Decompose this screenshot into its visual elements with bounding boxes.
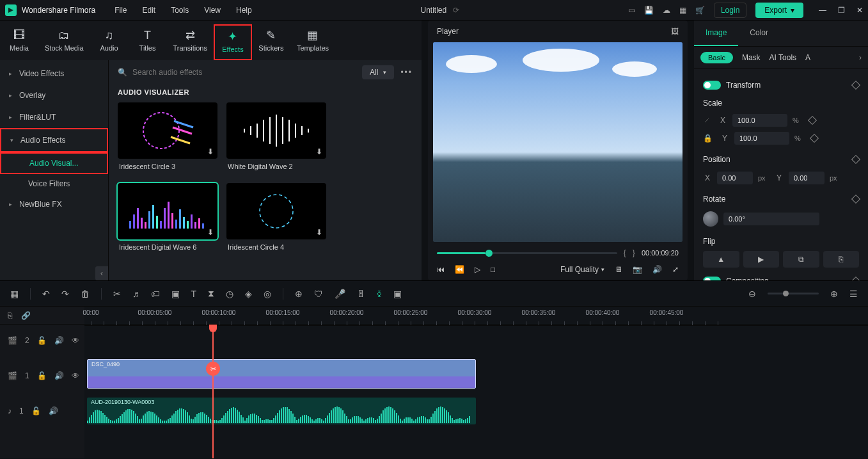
tab-templates[interactable]: ▦Templates [290, 24, 335, 60]
camera-icon[interactable]: 📷 [633, 265, 642, 274]
keyframe-icon[interactable] [808, 116, 817, 125]
effect-card[interactable]: ⬇ Iridescent Digital Wave 6 [118, 183, 217, 255]
close-icon[interactable]: ✕ [856, 6, 863, 15]
download-icon[interactable]: ⬇ [207, 228, 214, 237]
download-icon[interactable]: ⬇ [316, 228, 322, 237]
save-icon[interactable]: 💾 [644, 6, 654, 15]
tab-effects[interactable]: ✦Effects [214, 24, 252, 60]
tl-layout-icon[interactable]: ▦ [10, 289, 19, 299]
tab-stock-media[interactable]: 🗂Stock Media [38, 24, 90, 60]
speed-icon[interactable]: ⧗ [208, 288, 214, 299]
effect-card[interactable]: ⬇ Iridescent Circle 3 [118, 102, 217, 174]
marker-icon[interactable]: ▣ [393, 289, 402, 299]
flip-copy-button[interactable]: ⧉ [783, 251, 819, 268]
keyframe-icon[interactable] [851, 195, 860, 204]
volume-icon[interactable]: 🔊 [652, 265, 662, 274]
tab-transitions[interactable]: ⇄Transitions [167, 24, 214, 60]
visibility-icon[interactable]: 👁 [72, 371, 79, 380]
rp-tab-color[interactable]: Color [738, 20, 780, 46]
stop-icon[interactable]: □ [491, 265, 495, 274]
sidebar-video-effects[interactable]: ▸Video Effects [0, 63, 108, 85]
tl-link-icon[interactable]: 🔗 [21, 311, 31, 320]
color-icon[interactable]: ◈ [245, 289, 252, 299]
circle-icon[interactable]: ◎ [264, 289, 271, 299]
effect-card[interactable]: ⬇ Iridescent Circle 4 [226, 183, 326, 255]
pos-y-input[interactable] [789, 172, 825, 184]
keyframe-icon[interactable] [851, 277, 860, 280]
display-icon[interactable]: 🖥 [615, 265, 622, 274]
sidebar-voice-filters[interactable]: Voice Filters [0, 174, 108, 193]
device-icon[interactable]: ▭ [628, 6, 635, 15]
transform-toggle[interactable] [703, 81, 721, 90]
sidebar-filter-lut[interactable]: ▸Filter&LUT [0, 106, 108, 128]
playhead[interactable]: ✂ [212, 325, 214, 458]
zoom-out-icon[interactable]: ⊖ [748, 289, 756, 299]
tab-titles[interactable]: TTitles [129, 24, 167, 60]
tab-media[interactable]: 🎞Media [0, 24, 38, 60]
keyframe-icon[interactable] [851, 81, 860, 90]
delete-icon[interactable]: 🗑 [81, 289, 90, 299]
effect-card[interactable]: ⬇ White Digital Wave 2 [226, 102, 326, 174]
sidebar-collapse-button[interactable]: ‹ [95, 266, 108, 280]
flip-v-button[interactable]: ▶ [743, 251, 780, 268]
mixer-icon[interactable]: 🎚 [357, 289, 366, 299]
rp-subtab-mask[interactable]: Mask [742, 53, 761, 62]
lock-icon[interactable]: 🔓 [37, 336, 47, 345]
flip-h-button[interactable]: ▲ [703, 251, 739, 268]
track-opt-icon[interactable]: ⊕ [295, 289, 303, 299]
menu-tools[interactable]: Tools [171, 6, 189, 15]
tab-stickers[interactable]: ✎Stickers [252, 24, 290, 60]
tab-audio[interactable]: ♫Audio [90, 24, 129, 60]
mute-icon[interactable]: 🔊 [49, 407, 58, 415]
lock-icon[interactable]: 🔒 [703, 134, 713, 143]
scale-y-input[interactable] [734, 132, 789, 145]
mark-out-icon[interactable]: } [633, 248, 635, 257]
visibility-icon[interactable]: 👁 [72, 336, 79, 345]
zoom-in-icon[interactable]: ⊕ [830, 289, 838, 299]
sidebar-overlay[interactable]: ▸Overlay [0, 85, 108, 106]
mute-icon[interactable]: 🔊 [54, 371, 64, 380]
rp-subtab-a[interactable]: A [805, 53, 810, 62]
filter-dropdown[interactable]: All▾ [362, 65, 394, 79]
rp-subtab-ai[interactable]: AI Tools [769, 53, 796, 62]
search-input[interactable] [132, 68, 356, 77]
menu-help[interactable]: Help [236, 6, 252, 15]
link-icon[interactable]: ⟋ [703, 116, 711, 125]
redo-icon[interactable]: ↷ [61, 289, 69, 299]
player-viewport[interactable] [433, 42, 683, 242]
sidebar-audio-effects[interactable]: ▾Audio Effects [0, 128, 108, 152]
menu-view[interactable]: View [204, 6, 221, 15]
compositing-toggle[interactable] [703, 277, 721, 280]
minimize-icon[interactable]: — [819, 6, 826, 15]
audio-clip[interactable]: AUD-20190130-WA0003 [87, 398, 476, 424]
scale-x-input[interactable] [732, 114, 787, 127]
sidebar-newblue-fx[interactable]: ▸NewBlue FX [0, 193, 108, 215]
music-icon[interactable]: ♬ [132, 289, 139, 299]
split-icon[interactable]: ✂ [206, 362, 220, 376]
download-icon[interactable]: ⬇ [316, 147, 322, 156]
tag-icon[interactable]: 🏷 [151, 289, 160, 299]
keyframe-icon[interactable] [851, 155, 860, 164]
pos-x-input[interactable] [717, 172, 753, 184]
shield-icon[interactable]: 🛡 [314, 289, 323, 299]
export-button[interactable]: Export▾ [755, 3, 803, 18]
flip-paste-button[interactable]: ⎘ [823, 251, 860, 268]
tl-add-track-icon[interactable]: ⎘ [8, 311, 12, 320]
rotate-knob[interactable] [703, 211, 718, 227]
mic-icon[interactable]: 🎤 [335, 289, 345, 299]
quality-dropdown[interactable]: Full Quality▾ [560, 265, 604, 274]
scrub-bar[interactable] [437, 252, 617, 254]
apps-icon[interactable]: ▦ [679, 6, 686, 15]
rp-subtab-basic[interactable]: Basic [700, 52, 733, 63]
login-button[interactable]: Login [714, 3, 746, 18]
zoom-slider[interactable] [768, 293, 819, 294]
snapshot-icon[interactable]: 🖼 [671, 27, 679, 36]
play-icon[interactable]: ▷ [475, 265, 480, 274]
cart-icon[interactable]: 🛒 [695, 6, 705, 15]
maximize-icon[interactable]: ❐ [838, 6, 845, 15]
rp-tab-image[interactable]: Image [694, 20, 738, 46]
mark-in-icon[interactable]: { [624, 248, 626, 257]
lock-icon[interactable]: 🔓 [37, 371, 47, 380]
crop-icon[interactable]: ▣ [171, 289, 180, 299]
cut-icon[interactable]: ✂ [113, 289, 121, 299]
